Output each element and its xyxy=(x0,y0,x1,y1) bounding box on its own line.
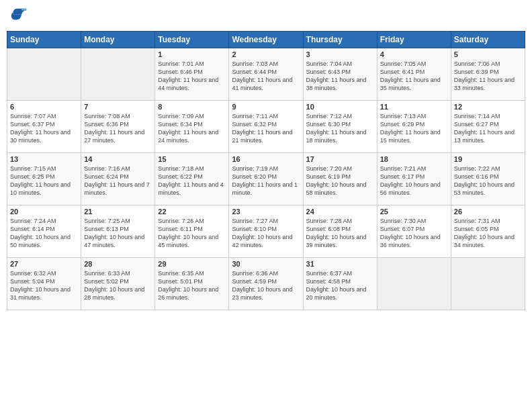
calendar-cell: 26Sunrise: 7:31 AM Sunset: 6:05 PM Dayli… xyxy=(451,205,525,258)
day-number: 18 xyxy=(380,155,448,163)
day-info: Sunrise: 7:26 AM Sunset: 6:11 PM Dayligh… xyxy=(158,217,226,250)
day-number: 11 xyxy=(380,103,448,111)
calendar-cell: 5Sunrise: 7:06 AM Sunset: 6:39 PM Daylig… xyxy=(451,48,525,101)
day-info: Sunrise: 7:03 AM Sunset: 6:44 PM Dayligh… xyxy=(232,60,300,93)
day-info: Sunrise: 7:09 AM Sunset: 6:34 PM Dayligh… xyxy=(158,112,226,145)
weekday-header-saturday: Saturday xyxy=(451,32,525,48)
weekday-header-tuesday: Tuesday xyxy=(155,32,229,48)
calendar-cell xyxy=(377,258,451,310)
day-number: 12 xyxy=(454,103,522,111)
calendar-cell: 27Sunrise: 6:32 AM Sunset: 5:04 PM Dayli… xyxy=(7,258,81,310)
calendar-cell: 22Sunrise: 7:26 AM Sunset: 6:11 PM Dayli… xyxy=(155,205,229,258)
day-info: Sunrise: 7:13 AM Sunset: 6:29 PM Dayligh… xyxy=(380,112,448,145)
day-number: 17 xyxy=(306,155,374,163)
day-info: Sunrise: 7:05 AM Sunset: 6:41 PM Dayligh… xyxy=(380,60,448,93)
calendar-cell: 8Sunrise: 7:09 AM Sunset: 6:34 PM Daylig… xyxy=(155,101,229,153)
day-number: 31 xyxy=(306,260,374,268)
day-number: 2 xyxy=(232,50,300,58)
calendar-cell xyxy=(81,48,155,101)
calendar-cell: 12Sunrise: 7:14 AM Sunset: 6:27 PM Dayli… xyxy=(451,101,525,153)
calendar-week-3: 13Sunrise: 7:15 AM Sunset: 6:25 PM Dayli… xyxy=(7,153,525,205)
day-number: 20 xyxy=(10,208,78,216)
day-info: Sunrise: 7:18 AM Sunset: 6:22 PM Dayligh… xyxy=(158,165,226,197)
calendar-cell: 18Sunrise: 7:21 AM Sunset: 6:17 PM Dayli… xyxy=(377,153,451,205)
day-number: 9 xyxy=(232,103,300,111)
weekday-header-row: SundayMondayTuesdayWednesdayThursdayFrid… xyxy=(7,32,525,48)
calendar-cell: 7Sunrise: 7:08 AM Sunset: 6:36 PM Daylig… xyxy=(81,101,155,153)
calendar-cell: 23Sunrise: 7:27 AM Sunset: 6:10 PM Dayli… xyxy=(229,205,303,258)
day-number: 19 xyxy=(454,155,522,163)
calendar-cell: 21Sunrise: 7:25 AM Sunset: 6:13 PM Dayli… xyxy=(81,205,155,258)
day-number: 30 xyxy=(232,260,300,268)
day-number: 3 xyxy=(306,50,374,58)
day-info: Sunrise: 6:33 AM Sunset: 5:02 PM Dayligh… xyxy=(84,269,152,302)
calendar-cell: 15Sunrise: 7:18 AM Sunset: 6:22 PM Dayli… xyxy=(155,153,229,205)
page-header xyxy=(7,7,525,26)
weekday-header-friday: Friday xyxy=(377,32,451,48)
day-info: Sunrise: 7:21 AM Sunset: 6:17 PM Dayligh… xyxy=(380,165,448,197)
calendar-cell: 25Sunrise: 7:30 AM Sunset: 6:07 PM Dayli… xyxy=(377,205,451,258)
calendar-cell: 29Sunrise: 6:35 AM Sunset: 5:01 PM Dayli… xyxy=(155,258,229,310)
day-info: Sunrise: 7:28 AM Sunset: 6:08 PM Dayligh… xyxy=(306,217,374,250)
calendar-week-1: 1Sunrise: 7:01 AM Sunset: 6:46 PM Daylig… xyxy=(7,48,525,101)
weekday-header-sunday: Sunday xyxy=(7,32,81,48)
day-info: Sunrise: 7:19 AM Sunset: 6:20 PM Dayligh… xyxy=(232,165,300,197)
day-info: Sunrise: 7:14 AM Sunset: 6:27 PM Dayligh… xyxy=(454,112,522,145)
calendar-cell: 30Sunrise: 6:36 AM Sunset: 4:59 PM Dayli… xyxy=(229,258,303,310)
day-info: Sunrise: 6:37 AM Sunset: 4:58 PM Dayligh… xyxy=(306,269,374,302)
day-info: Sunrise: 6:36 AM Sunset: 4:59 PM Dayligh… xyxy=(232,269,300,302)
calendar-week-4: 20Sunrise: 7:24 AM Sunset: 6:14 PM Dayli… xyxy=(7,205,525,258)
day-number: 4 xyxy=(380,50,448,58)
calendar-cell: 20Sunrise: 7:24 AM Sunset: 6:14 PM Dayli… xyxy=(7,205,81,258)
calendar-cell: 1Sunrise: 7:01 AM Sunset: 6:46 PM Daylig… xyxy=(155,48,229,101)
day-info: Sunrise: 7:24 AM Sunset: 6:14 PM Dayligh… xyxy=(10,217,78,250)
day-info: Sunrise: 7:22 AM Sunset: 6:16 PM Dayligh… xyxy=(454,165,522,197)
day-number: 13 xyxy=(10,155,78,163)
calendar-cell: 19Sunrise: 7:22 AM Sunset: 6:16 PM Dayli… xyxy=(451,153,525,205)
day-info: Sunrise: 7:04 AM Sunset: 6:43 PM Dayligh… xyxy=(306,60,374,93)
calendar-cell: 28Sunrise: 6:33 AM Sunset: 5:02 PM Dayli… xyxy=(81,258,155,310)
weekday-header-monday: Monday xyxy=(81,32,155,48)
logo-icon xyxy=(9,7,28,26)
calendar-cell: 4Sunrise: 7:05 AM Sunset: 6:41 PM Daylig… xyxy=(377,48,451,101)
calendar-cell: 6Sunrise: 7:07 AM Sunset: 6:37 PM Daylig… xyxy=(7,101,81,153)
day-info: Sunrise: 7:27 AM Sunset: 6:10 PM Dayligh… xyxy=(232,217,300,250)
weekday-header-thursday: Thursday xyxy=(303,32,377,48)
day-info: Sunrise: 7:16 AM Sunset: 6:24 PM Dayligh… xyxy=(84,165,152,197)
calendar-cell: 13Sunrise: 7:15 AM Sunset: 6:25 PM Dayli… xyxy=(7,153,81,205)
day-number: 29 xyxy=(158,260,226,268)
calendar-week-5: 27Sunrise: 6:32 AM Sunset: 5:04 PM Dayli… xyxy=(7,258,525,310)
calendar-cell: 14Sunrise: 7:16 AM Sunset: 6:24 PM Dayli… xyxy=(81,153,155,205)
calendar-week-2: 6Sunrise: 7:07 AM Sunset: 6:37 PM Daylig… xyxy=(7,101,525,153)
day-info: Sunrise: 7:25 AM Sunset: 6:13 PM Dayligh… xyxy=(84,217,152,250)
day-number: 24 xyxy=(306,208,374,216)
calendar-cell: 3Sunrise: 7:04 AM Sunset: 6:43 PM Daylig… xyxy=(303,48,377,101)
day-number: 16 xyxy=(232,155,300,163)
day-info: Sunrise: 7:01 AM Sunset: 6:46 PM Dayligh… xyxy=(158,60,226,93)
calendar-cell: 11Sunrise: 7:13 AM Sunset: 6:29 PM Dayli… xyxy=(377,101,451,153)
day-info: Sunrise: 7:07 AM Sunset: 6:37 PM Dayligh… xyxy=(10,112,78,145)
day-info: Sunrise: 7:31 AM Sunset: 6:05 PM Dayligh… xyxy=(454,217,522,250)
day-number: 8 xyxy=(158,103,226,111)
day-number: 28 xyxy=(84,260,152,268)
day-number: 21 xyxy=(84,208,152,216)
day-info: Sunrise: 7:30 AM Sunset: 6:07 PM Dayligh… xyxy=(380,217,448,250)
day-number: 1 xyxy=(158,50,226,58)
day-info: Sunrise: 7:12 AM Sunset: 6:30 PM Dayligh… xyxy=(306,112,374,145)
day-number: 6 xyxy=(10,103,78,111)
calendar-table: SundayMondayTuesdayWednesdayThursdayFrid… xyxy=(7,31,525,310)
day-info: Sunrise: 7:15 AM Sunset: 6:25 PM Dayligh… xyxy=(10,165,78,197)
day-number: 26 xyxy=(454,208,522,216)
day-number: 25 xyxy=(380,208,448,216)
day-info: Sunrise: 7:08 AM Sunset: 6:36 PM Dayligh… xyxy=(84,112,152,145)
day-number: 15 xyxy=(158,155,226,163)
day-info: Sunrise: 6:35 AM Sunset: 5:01 PM Dayligh… xyxy=(158,269,226,302)
day-number: 10 xyxy=(306,103,374,111)
day-info: Sunrise: 7:20 AM Sunset: 6:19 PM Dayligh… xyxy=(306,165,374,197)
weekday-header-wednesday: Wednesday xyxy=(229,32,303,48)
calendar-cell xyxy=(7,48,81,101)
day-number: 22 xyxy=(158,208,226,216)
day-number: 14 xyxy=(84,155,152,163)
calendar-cell: 17Sunrise: 7:20 AM Sunset: 6:19 PM Dayli… xyxy=(303,153,377,205)
day-info: Sunrise: 7:11 AM Sunset: 6:32 PM Dayligh… xyxy=(232,112,300,145)
